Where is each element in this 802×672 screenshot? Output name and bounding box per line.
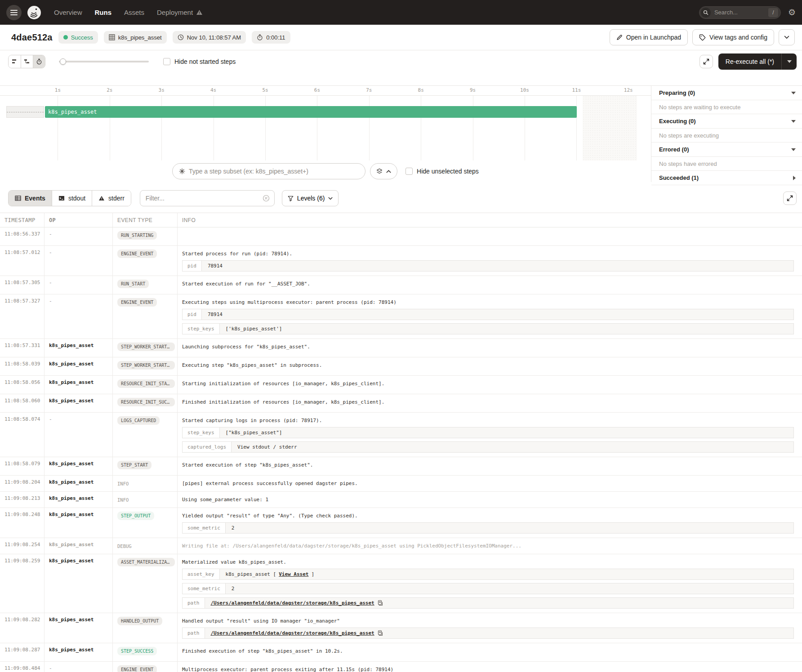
hide-unselected-checkbox[interactable]: Hide unselected steps xyxy=(405,168,479,175)
view-tags-config-button[interactable]: View tags and config xyxy=(692,29,774,45)
event-type-badge: RESOURCE_INIT_STAR… xyxy=(117,379,175,388)
status-panel-header[interactable]: Preparing (0) xyxy=(651,86,802,100)
log-row[interactable]: 11:08:58.060k8s_pipes_assetRESOURCE_INIT… xyxy=(0,394,802,413)
event-type-label: INFO xyxy=(117,496,129,503)
log-row[interactable]: 11:08:58.074-LOGS_CAPTUREDStarted captur… xyxy=(0,413,802,457)
nav-item-runs[interactable]: Runs xyxy=(95,9,112,16)
reexecute-dropdown-button[interactable] xyxy=(781,53,797,70)
tab-events[interactable]: Events xyxy=(9,191,52,206)
log-row[interactable]: 11:08:58.039k8s_pipes_assetSTEP_WORKER_S… xyxy=(0,357,802,376)
log-row[interactable]: 11:09:08.282k8s_pipes_assetHANDLED_OUTPU… xyxy=(0,613,802,643)
hamburger-menu-button[interactable] xyxy=(6,5,22,20)
log-row[interactable]: 11:09:08.248k8s_pipes_assetSTEP_OUTPUTYi… xyxy=(0,508,802,538)
log-info: Started execution of run for "__ASSET_JO… xyxy=(178,276,802,294)
gear-icon[interactable]: ⚙ xyxy=(788,8,796,17)
log-row[interactable]: 11:08:57.305-RUN_STARTStarted execution … xyxy=(0,276,802,294)
levels-filter-button[interactable]: Levels (6) xyxy=(282,190,339,206)
reexecute-all-button[interactable]: Re-execute all (*) xyxy=(718,53,781,70)
timer-icon xyxy=(257,34,263,40)
filter-placeholder: Filter... xyxy=(146,195,263,202)
log-event-type: STEP_OUTPUT xyxy=(113,508,178,538)
timed-view-icon xyxy=(36,58,42,65)
chevron-up-icon xyxy=(386,170,391,173)
status-panel-header[interactable]: Errored (0) xyxy=(651,142,802,157)
nav-item-label: Runs xyxy=(95,9,112,16)
metadata-entry: asset_keyk8s_pipes_asset [View Asset] xyxy=(182,569,794,580)
metadata-key: pid xyxy=(183,261,202,271)
log-row[interactable]: 11:08:57.012-ENGINE_EVENTStarted process… xyxy=(0,246,802,276)
log-row[interactable]: 11:08:58.079k8s_pipes_assetSTEP_STARTSta… xyxy=(0,457,802,476)
status-panel-header[interactable]: Succeeded (1) xyxy=(651,171,802,185)
dagster-logo[interactable] xyxy=(26,4,42,21)
log-op: k8s_pipes_asset xyxy=(45,492,113,507)
log-row[interactable]: 11:08:58.056k8s_pipes_assetRESOURCE_INIT… xyxy=(0,376,802,394)
copy-icon[interactable] xyxy=(377,600,383,606)
log-info-text: Finished initialization of resources [io… xyxy=(182,398,794,405)
nav-item-deployment[interactable]: Deployment xyxy=(157,9,203,16)
metadata-value: /Users/alangenfeld/data/dagster/storage/… xyxy=(205,598,794,608)
metadata-link[interactable]: /Users/alangenfeld/data/dagster/storage/… xyxy=(211,600,374,606)
log-row[interactable]: 11:08:56.337-RUN_STARTING xyxy=(0,227,802,246)
log-row[interactable]: 11:09:08.484-ENGINE_EVENTMultiprocess ex… xyxy=(0,662,802,672)
gantt-after-run-region xyxy=(583,96,637,160)
events-fullscreen-button[interactable] xyxy=(783,191,797,205)
log-row[interactable]: 11:09:08.259k8s_pipes_assetASSET_MATERIA… xyxy=(0,554,802,613)
log-info: Finished initialization of resources [io… xyxy=(178,394,802,412)
timeline-tick: 11s xyxy=(572,87,581,93)
checkbox-box[interactable] xyxy=(163,58,170,65)
gantt-gridline xyxy=(473,96,473,160)
log-op: k8s_pipes_asset xyxy=(45,508,113,538)
log-row[interactable]: 11:09:08.254k8s_pipes_assetDEBUGWriting … xyxy=(0,538,802,554)
log-row[interactable]: 11:09:08.213k8s_pipes_assetINFOUsing som… xyxy=(0,492,802,508)
gantt-fullscreen-button[interactable] xyxy=(700,55,713,68)
open-in-launchpad-button[interactable]: Open in Launchpad xyxy=(610,29,688,45)
log-row[interactable]: 11:09:08.287k8s_pipes_assetSTEP_SUCCESSF… xyxy=(0,643,802,662)
slider-thumb[interactable] xyxy=(60,58,66,65)
gantt-gridline xyxy=(576,96,577,160)
log-op: k8s_pipes_asset xyxy=(45,376,113,394)
gantt-gridline xyxy=(421,96,421,160)
events-toolbar: Eventsstdoutstderr Filter... Levels (6) xyxy=(0,182,802,213)
log-row[interactable]: 11:08:57.331k8s_pipes_assetSTEP_WORKER_S… xyxy=(0,339,802,357)
view-timed-button[interactable] xyxy=(33,55,45,68)
metadata-link[interactable]: /Users/alangenfeld/data/dagster/storage/… xyxy=(211,630,374,636)
nav-item-assets[interactable]: Assets xyxy=(124,9,144,16)
gantt-zoom-slider[interactable] xyxy=(59,58,149,65)
view-waterfall-button[interactable] xyxy=(21,55,33,68)
tab-stdout[interactable]: stdout xyxy=(52,191,92,206)
search-input[interactable]: Search... / xyxy=(699,6,781,19)
more-actions-button[interactable] xyxy=(779,29,795,45)
graph-query-toggle-button[interactable] xyxy=(370,163,397,179)
event-type-badge: RUN_START xyxy=(117,280,149,288)
clear-filter-icon[interactable] xyxy=(263,195,270,202)
log-op: k8s_pipes_asset xyxy=(45,643,113,661)
job-name-pill[interactable]: k8s_pipes_asset xyxy=(104,31,167,44)
hide-unselected-label: Hide unselected steps xyxy=(417,168,479,175)
tag-icon xyxy=(699,34,706,41)
log-row[interactable]: 11:08:57.327-ENGINE_EVENTExecuting steps… xyxy=(0,294,802,339)
log-info-text: Materialized value k8s_pipes_asset. xyxy=(182,558,794,565)
view-flat-button[interactable] xyxy=(9,55,21,68)
timeline-tick: 4s xyxy=(210,87,216,93)
metadata-link[interactable]: View Asset xyxy=(279,571,308,577)
log-op: k8s_pipes_asset xyxy=(45,476,113,491)
log-filter-input[interactable]: Filter... xyxy=(140,190,275,206)
log-info: [pipes] external process successfully op… xyxy=(178,476,802,491)
hide-not-started-checkbox[interactable]: Hide not started steps xyxy=(163,58,236,65)
tab-stderr[interactable]: stderr xyxy=(92,191,131,206)
gantt-gridline xyxy=(369,96,370,160)
metadata-entry: step_keys['k8s_pipes_asset'] xyxy=(182,323,794,334)
log-op: - xyxy=(45,246,113,276)
nav-item-overview[interactable]: Overview xyxy=(54,9,82,16)
log-event-type: ASSET_MATERIALIZAT… xyxy=(113,554,178,613)
log-timestamp: 11:08:57.305 xyxy=(0,276,45,294)
log-table-header: TIMESTAMPOPEVENT TYPEINFO xyxy=(0,213,802,227)
checkbox-box[interactable] xyxy=(405,168,413,175)
status-panel-header[interactable]: Executing (0) xyxy=(651,114,802,129)
log-info: Handled output "result" using IO manager… xyxy=(178,613,802,643)
copy-icon[interactable] xyxy=(377,630,383,636)
log-row[interactable]: 11:09:08.204k8s_pipes_assetINFO[pipes] e… xyxy=(0,476,802,492)
gantt-step-bar[interactable]: k8s_pipes_asset xyxy=(45,106,577,118)
step-subset-input[interactable]: Type a step subset (ex: k8s_pipes_asset+… xyxy=(172,163,365,179)
log-timestamp: 11:08:58.056 xyxy=(0,376,45,394)
